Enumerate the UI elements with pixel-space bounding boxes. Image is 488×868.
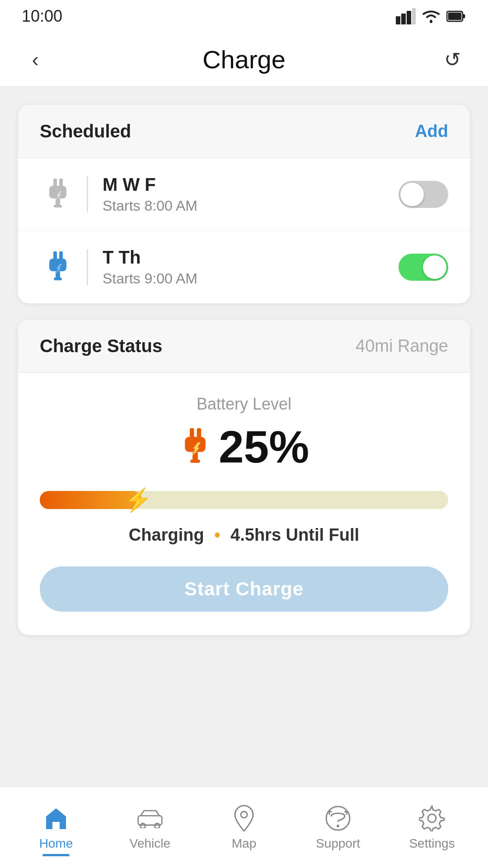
plug-icon-tth (40, 249, 76, 285)
svg-rect-8 (53, 179, 57, 187)
start-charge-button[interactable]: Start Charge (40, 566, 448, 612)
nav-item-vehicle[interactable]: Vehicle (103, 805, 197, 851)
battery-percentage-row: 25% (179, 421, 309, 473)
nav-item-settings[interactable]: Settings (385, 805, 479, 851)
charge-status-header: Charge Status 40mi Range (18, 320, 470, 373)
plug-icon-mwf (40, 176, 76, 212)
svg-rect-6 (463, 14, 465, 18)
schedule-days-tth: T Th (103, 247, 399, 268)
progress-bar-fill: ⚡ (40, 491, 142, 509)
divider-tth (87, 249, 88, 285)
svg-point-25 (155, 823, 160, 828)
settings-icon (418, 805, 446, 832)
bottom-nav: Home Vehicle Map (0, 787, 488, 868)
svg-rect-17 (54, 278, 62, 280)
status-icons (396, 8, 466, 24)
svg-point-4 (430, 20, 432, 23)
scheduled-header: Scheduled Add (18, 105, 470, 158)
status-bar: 10:00 (0, 0, 488, 33)
nav-item-map[interactable]: Map (197, 805, 291, 851)
status-time: 10:00 (22, 7, 62, 26)
toggle-tth[interactable] (399, 254, 448, 281)
refresh-button[interactable]: ↺ (439, 48, 466, 71)
charge-status-card: Charge Status 40mi Range Battery Level 2… (18, 320, 470, 635)
charging-status-text: Charging • 4.5hrs Until Full (129, 525, 359, 545)
header: ‹ Charge ↺ (0, 33, 488, 87)
battery-percentage: 25% (219, 421, 309, 473)
map-icon (230, 805, 258, 832)
svg-rect-11 (56, 198, 60, 206)
schedule-item-mwf: M W F Starts 8:00 AM (18, 158, 470, 231)
svg-point-24 (140, 823, 145, 828)
svg-rect-18 (190, 428, 194, 438)
page-title: Charge (202, 45, 286, 74)
schedule-item-tth: T Th Starts 9:00 AM (18, 231, 470, 303)
schedule-time-mwf: Starts 8:00 AM (103, 198, 399, 214)
support-icon (324, 805, 352, 832)
orange-plug-icon (179, 428, 211, 466)
schedule-info-tth: T Th Starts 9:00 AM (103, 247, 399, 287)
vehicle-icon (136, 805, 164, 832)
svg-rect-7 (448, 13, 461, 20)
nav-label-map: Map (232, 836, 256, 851)
schedule-info-mwf: M W F Starts 8:00 AM (103, 175, 399, 214)
progress-bar: ⚡ (40, 491, 448, 509)
charging-label: Charging (129, 525, 204, 544)
svg-rect-9 (59, 179, 63, 187)
svg-rect-14 (59, 251, 63, 259)
nav-label-vehicle: Vehicle (130, 836, 170, 851)
charge-status-body: Battery Level 25% ⚡ (18, 373, 470, 635)
charge-status-title: Charge Status (40, 336, 162, 356)
time-until-full: 4.5hrs Until Full (230, 525, 359, 544)
svg-rect-1 (401, 14, 406, 24)
svg-rect-10 (49, 186, 66, 198)
nav-item-home[interactable]: Home (9, 805, 103, 851)
signal-icon (396, 8, 416, 24)
svg-rect-16 (56, 271, 60, 278)
back-button[interactable]: ‹ (22, 48, 49, 71)
progress-lightning-icon: ⚡ (124, 487, 152, 513)
scheduled-card: Scheduled Add M W F Starts 8:00 AM (18, 105, 470, 303)
svg-rect-13 (53, 251, 57, 259)
battery-status-icon (446, 8, 466, 24)
svg-rect-19 (197, 428, 202, 438)
home-icon (42, 805, 70, 832)
main-content: Scheduled Add M W F Starts 8:00 AM (0, 87, 488, 653)
svg-rect-3 (412, 8, 416, 24)
svg-point-28 (337, 825, 339, 827)
wifi-icon (421, 8, 441, 24)
charging-dot: • (214, 525, 220, 544)
svg-rect-12 (54, 205, 62, 208)
svg-rect-2 (407, 11, 411, 24)
charge-range: 40mi Range (356, 336, 448, 356)
schedule-days-mwf: M W F (103, 175, 399, 195)
svg-rect-15 (49, 259, 66, 271)
divider-mwf (87, 176, 88, 212)
svg-rect-22 (190, 459, 200, 462)
nav-label-home: Home (39, 836, 73, 851)
scheduled-title: Scheduled (40, 121, 131, 142)
nav-label-settings: Settings (409, 836, 455, 851)
schedule-time-tth: Starts 9:00 AM (103, 270, 399, 287)
battery-level-label: Battery Level (197, 395, 291, 414)
svg-point-29 (428, 814, 436, 822)
nav-label-support: Support (316, 836, 360, 851)
svg-point-26 (241, 811, 247, 818)
toggle-mwf[interactable] (399, 181, 448, 208)
svg-rect-0 (396, 16, 400, 24)
nav-item-support[interactable]: Support (291, 805, 385, 851)
add-button[interactable]: Add (415, 122, 448, 141)
